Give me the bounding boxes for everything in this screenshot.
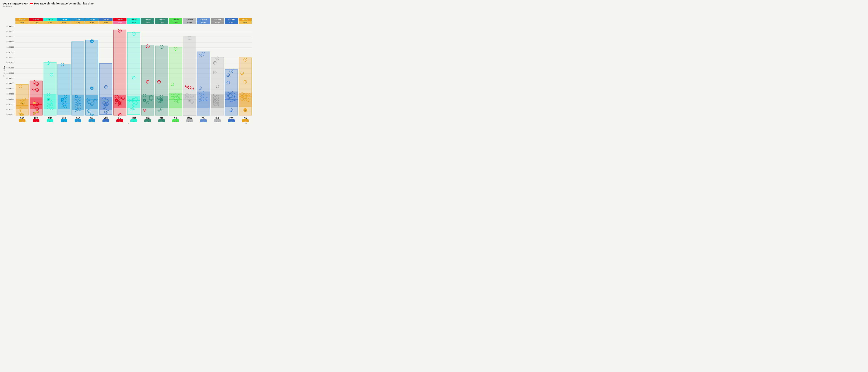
svg-text:15: 15: [65, 96, 66, 97]
svg-text:1.38.081: 1.38.081: [74, 19, 81, 20]
svg-text:HAM: HAM: [132, 117, 136, 119]
svg-text:01:39.000: 01:39.000: [6, 88, 14, 90]
svg-text:11 laps: 11 laps: [34, 22, 38, 24]
svg-text:24: 24: [34, 82, 35, 83]
svg-text:23: 23: [172, 84, 173, 85]
svg-text:17: 17: [130, 110, 132, 111]
svg-text:19: 19: [91, 114, 93, 115]
svg-text:18: 18: [161, 99, 162, 101]
svg-text:22: 22: [116, 102, 117, 103]
svg-text:TSU: TSU: [202, 117, 205, 119]
svg-text:21: 21: [245, 99, 246, 100]
svg-text:23: 23: [79, 101, 80, 103]
svg-text:COL: COL: [90, 117, 94, 119]
svg-text:01:37.000: 01:37.000: [6, 108, 14, 111]
svg-text:11 laps: 11 laps: [187, 22, 192, 24]
svg-text:01:41.500: 01:41.500: [6, 62, 14, 64]
svg-text:17: 17: [106, 100, 108, 102]
svg-text:19: 19: [175, 95, 176, 96]
svg-text:18: 18: [79, 104, 80, 105]
svg-text:RBR: RBR: [230, 121, 233, 122]
svg-text:1.38.168: 1.38.168: [102, 19, 109, 20]
svg-text:21: 21: [161, 46, 162, 48]
svg-text:RB: RB: [203, 121, 205, 122]
svg-text:16: 16: [51, 74, 52, 75]
svg-text:14: 14: [135, 102, 137, 104]
svg-text:18: 18: [158, 98, 160, 99]
svg-text:16: 16: [199, 88, 201, 89]
svg-text:24: 24: [48, 99, 49, 100]
svg-text:11: 11: [161, 101, 162, 103]
svg-text:19: 19: [34, 102, 35, 104]
svg-text:8 laps: 8 laps: [62, 22, 66, 24]
svg-text:MER: MER: [132, 121, 135, 122]
svg-text:ZHO: ZHO: [174, 117, 178, 119]
svg-text:1.41.812: 1.41.812: [242, 19, 248, 20]
svg-text:1.37.406: 1.37.406: [19, 19, 25, 20]
title-text: 2024 Singapore GP: [3, 2, 28, 5]
svg-text:24: 24: [119, 114, 121, 116]
svg-text:32: 32: [227, 74, 229, 76]
svg-text:22: 22: [158, 110, 160, 111]
svg-text:10: 10: [37, 112, 38, 113]
svg-text:21: 21: [36, 103, 38, 105]
svg-text:19: 19: [65, 106, 66, 107]
svg-text:20: 20: [189, 95, 190, 96]
svg-text:24: 24: [91, 88, 93, 89]
svg-text:17: 17: [122, 98, 124, 99]
svg-text:STR: STR: [160, 117, 164, 119]
svg-text:SAU: SAU: [175, 121, 177, 122]
svg-text:22: 22: [130, 101, 132, 102]
svg-text:20: 20: [105, 104, 106, 106]
svg-text:AMR: AMR: [146, 121, 149, 122]
svg-text:11 laps: 11 laps: [131, 22, 136, 24]
svg-text:22: 22: [214, 62, 216, 64]
svg-text:23: 23: [217, 104, 218, 106]
svg-text:www.f1pace.com: www.f1pace.com: [123, 123, 137, 124]
svg-text:24: 24: [75, 96, 77, 97]
svg-text:RUS: RUS: [48, 117, 52, 119]
svg-text:23: 23: [227, 94, 229, 95]
svg-text:12 laps: 12 laps: [201, 22, 206, 24]
subtitle-text: FP2 race simulation pace by median lap t…: [34, 2, 94, 5]
svg-text:11: 11: [172, 95, 173, 96]
svg-text:ALO: ALO: [146, 117, 150, 119]
svg-text:18: 18: [200, 100, 201, 101]
svg-text:22: 22: [199, 97, 201, 99]
svg-text:17: 17: [214, 72, 216, 73]
svg-text:21: 21: [133, 99, 134, 101]
svg-text:25: 25: [36, 90, 38, 91]
svg-text:20: 20: [161, 108, 162, 110]
svg-text:01:38.000: 01:38.000: [6, 98, 14, 100]
svg-text:19: 19: [245, 94, 246, 95]
svg-text:21: 21: [79, 98, 80, 99]
svg-text:17: 17: [175, 98, 176, 99]
svg-text:25: 25: [199, 55, 201, 56]
svg-text:1.39.904: 1.39.904: [228, 19, 235, 20]
svg-text:HAA: HAA: [188, 121, 191, 122]
svg-text:1.38.340: 1.38.340: [117, 19, 123, 20]
svg-text:21: 21: [175, 100, 176, 101]
svg-text:24: 24: [217, 58, 218, 59]
svg-text:LEC: LEC: [34, 117, 38, 119]
svg-text:15: 15: [119, 97, 121, 98]
svg-text:22: 22: [105, 86, 106, 88]
svg-text:15: 15: [103, 98, 105, 99]
svg-text:16: 16: [88, 111, 89, 112]
svg-text:18: 18: [191, 101, 193, 103]
svg-text:18: 18: [178, 101, 180, 103]
svg-text:15: 15: [103, 107, 105, 108]
svg-text:25: 25: [119, 30, 121, 32]
svg-text:23: 23: [34, 113, 35, 114]
svg-text:1.38.415: 1.38.415: [144, 19, 151, 20]
svg-rect-212: [86, 95, 98, 110]
svg-rect-189: [72, 95, 84, 110]
svg-text:1.37.968: 1.37.968: [61, 19, 67, 20]
svg-text:ALP: ALP: [77, 121, 79, 122]
svg-text:24: 24: [175, 48, 176, 50]
main-chart: 01:45.000 01:44.500 01:44.000 01:43.500 …: [3, 8, 257, 124]
svg-text:16: 16: [34, 106, 35, 107]
svg-rect-149: [44, 94, 56, 108]
svg-text:19: 19: [158, 101, 160, 102]
svg-text:17: 17: [65, 99, 66, 101]
